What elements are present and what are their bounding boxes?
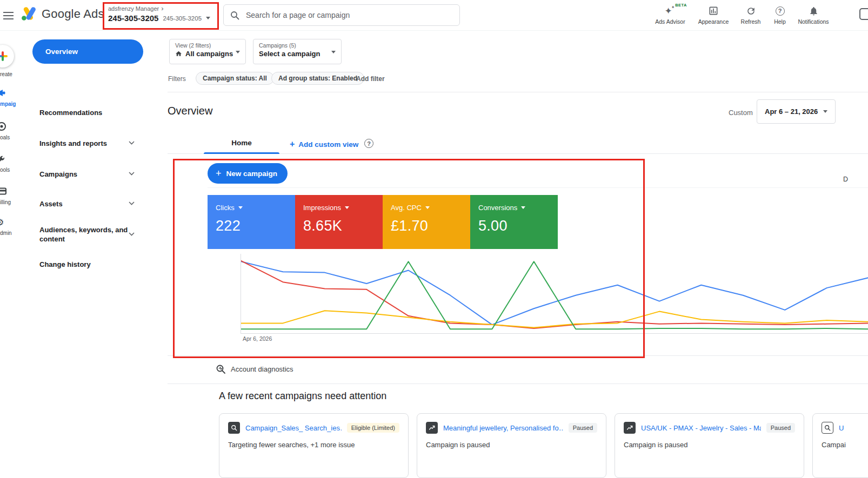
appearance-label: Appearance [696, 18, 731, 25]
appearance-button[interactable]: Appearance [696, 5, 731, 25]
chevron-down-icon [331, 51, 336, 53]
date-range-selector[interactable]: Apr 6 – 21, 2026 [757, 99, 836, 124]
nav-item-overview[interactable]: Overview [32, 39, 143, 64]
tools-icon [0, 153, 7, 164]
rail-item-campaigns[interactable]: mpaigns [0, 87, 16, 107]
attention-heading: A few recent campaigns need attention [219, 391, 386, 402]
create-button[interactable]: reate [0, 36, 16, 79]
filter-chip-campaign-status[interactable]: Campaign status: All [196, 72, 274, 85]
tabs-help-button[interactable]: ? [364, 139, 373, 148]
campaign-link[interactable]: Campaign_Sales_ Search_ies… [245, 424, 342, 432]
metric-label: Avg. CPC [391, 204, 422, 212]
metric-card[interactable]: Clicks 222 [208, 195, 295, 249]
rail-item-billing[interactable]: illing [0, 186, 16, 205]
add-custom-view-button[interactable]: + Add custom view [290, 139, 358, 149]
account-diagnostics-button[interactable]: Account diagnostics [216, 364, 293, 374]
page-title: Overview [168, 105, 212, 117]
performance-line-chart [241, 254, 868, 334]
tab-home[interactable]: Home [204, 139, 279, 147]
search-campaign-icon [822, 422, 833, 434]
campaign-link[interactable]: Meaningful jewellery, Personalised fo… [443, 424, 563, 432]
notifications-button[interactable]: Notifications [796, 5, 831, 25]
status-badge: Paused [766, 423, 795, 433]
chevron-down-icon [425, 206, 430, 209]
metric-value: 5.00 [478, 218, 558, 234]
campaign-issue-text: Campaign is paused [426, 441, 597, 449]
metric-value: 8.65K [303, 218, 383, 234]
campaign-link[interactable]: U [839, 424, 868, 432]
campaign-attention-card: Meaningful jewellery, Personalised fo… P… [417, 413, 606, 478]
campaign-attention-card: Campaign_Sales_ Search_ies… Eligible (Li… [219, 413, 409, 478]
date-mode-label: Custom [729, 109, 753, 117]
campaign-issue-text: Targeting fewer searches, +1 more issue [228, 441, 399, 449]
gear-icon: ⚙ [0, 218, 16, 229]
search-campaign-icon [228, 422, 240, 434]
billing-icon [0, 186, 7, 197]
campaign-issue-text: Campaign is paused [624, 441, 795, 449]
chevron-down-icon [823, 110, 827, 113]
ads-advisor-label: Ads Advisor [652, 18, 688, 25]
notifications-label: Notifications [796, 18, 831, 25]
campaign-link[interactable]: USA/UK - PMAX - Jewelry - Sales - Ma… [641, 424, 761, 432]
plus-icon: + [290, 139, 295, 149]
bell-icon [796, 5, 831, 17]
search-input[interactable] [245, 10, 450, 20]
campaign-selector-label: Campaigns (5) [259, 42, 336, 49]
account-diagnostics-label: Account diagnostics [231, 365, 293, 373]
partial-action-icon[interactable] [859, 8, 868, 20]
new-campaign-label: New campaign [226, 170, 278, 178]
metric-card[interactable]: Conversions 5.00 [470, 195, 558, 249]
add-custom-view-label: Add custom view [298, 140, 358, 149]
google-ads-logo[interactable]: Google Ads [21, 6, 104, 21]
metric-label: Conversions [478, 204, 517, 212]
rail-item-tools[interactable]: ools [0, 153, 16, 173]
nav-item-change-history[interactable]: Change history [39, 260, 91, 268]
campaign-selector-value: Select a campaign [259, 50, 320, 58]
google-ads-logo-text: Google Ads [42, 7, 104, 21]
metric-label: Impressions [303, 204, 341, 212]
help-icon: ? [364, 139, 373, 148]
filter-chip-ad-group-status[interactable]: Ad group status: Enabled [271, 72, 364, 85]
account-selector[interactable]: adsfrenzy Manager › 245-305-3205 245-305… [108, 4, 214, 23]
chart-x-axis-label: Apr 6, 2026 [243, 335, 272, 342]
menu-icon[interactable] [3, 12, 14, 19]
campaigns-rail-label: mpaigns [0, 101, 16, 107]
admin-rail-label: dmin [0, 230, 16, 236]
status-badge: Paused [569, 423, 597, 433]
view-selector-label: View (2 filters) [175, 42, 240, 49]
view-selector[interactable]: View (2 filters) All campaigns [169, 39, 246, 64]
nav-item-recommendations[interactable]: Recommendations [39, 109, 102, 117]
nav-item-campaigns[interactable]: Campaigns [39, 170, 77, 178]
rail-item-admin[interactable]: ⚙ dmin [0, 218, 16, 236]
search-icon [230, 11, 239, 20]
search-bar[interactable] [223, 4, 460, 26]
help-label: Help [762, 18, 798, 25]
nav-item-audiences[interactable]: Audiences, keywords, and content [39, 225, 129, 244]
pmax-campaign-icon [426, 422, 438, 434]
chevron-down-icon [129, 232, 135, 236]
divider [168, 355, 868, 356]
metric-card[interactable]: Avg. CPC £1.70 [383, 195, 470, 249]
beta-badge: BETA [675, 3, 687, 8]
ads-advisor-button[interactable]: BETA ✦✦ Ads Advisor [652, 5, 688, 25]
campaign-issue-text: Campai [822, 441, 868, 449]
create-label: reate [0, 71, 12, 77]
add-filter-button[interactable]: Add filter [356, 75, 385, 83]
metric-value: 222 [216, 218, 295, 234]
new-campaign-button[interactable]: + New campaign [208, 163, 288, 184]
campaign-selector[interactable]: Campaigns (5) Select a campaign [253, 39, 342, 64]
google-ads-app: Google Ads adsfrenzy Manager › 245-305-3… [0, 0, 868, 478]
create-plus-icon [0, 45, 14, 68]
chevron-down-icon [521, 206, 525, 209]
nav-item-insights[interactable]: Insights and reports [39, 139, 107, 147]
help-button[interactable]: ? Help [762, 5, 798, 25]
left-nav-panel: Overview Recommendations Insights and re… [16, 31, 168, 478]
rail-item-goals[interactable]: oals [0, 121, 16, 140]
metric-card[interactable]: Impressions 8.65K [295, 195, 383, 249]
account-id-secondary: 245-305-3205 [163, 15, 202, 22]
divider [208, 187, 868, 188]
nav-item-assets[interactable]: Assets [39, 200, 63, 208]
chevron-down-icon [129, 172, 135, 176]
chevron-down-icon [236, 51, 240, 53]
divider [162, 92, 868, 92]
